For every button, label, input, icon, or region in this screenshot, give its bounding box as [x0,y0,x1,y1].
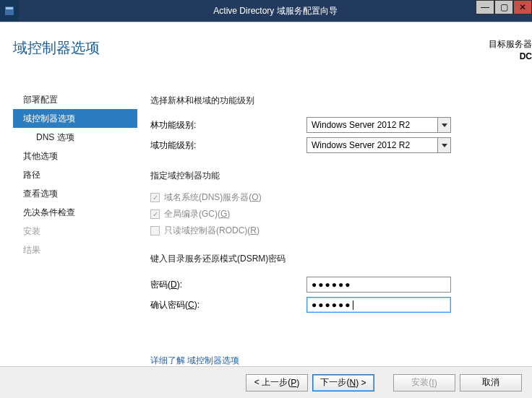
section-dc-capabilities: 指定域控制器功能 [150,170,220,182]
forest-level-select[interactable]: Windows Server 2012 R2 [306,117,451,133]
next-button[interactable]: 下一步(N) > [312,374,374,391]
password-label: 密码(D): [150,279,306,291]
text-caret [353,300,353,310]
svg-rect-1 [6,7,13,9]
app-icon [0,0,19,22]
confirm-password-input[interactable]: ●●●●●● [306,297,451,313]
dns-checkbox: ✓ [150,193,160,202]
learn-more-link[interactable]: 详细了解 域控制器选项 [150,355,239,365]
rodc-checkbox-row: 只读域控制器(RODC)(R) [150,225,523,237]
page-title: 域控制器选项 [13,38,100,58]
gc-checkbox-row: ✓ 全局编录(GC)(G) [150,208,523,220]
install-button: 安装(I) [393,374,455,391]
chevron-down-icon[interactable] [437,118,450,132]
domain-level-select[interactable]: Windows Server 2012 R2 [306,137,451,153]
title-bar: Active Directory 域服务配置向导 — ▢ ✕ [0,0,532,22]
domain-level-value: Windows Server 2012 R2 [312,140,410,150]
window-controls: — ▢ ✕ [476,0,532,14]
sidebar-item-paths[interactable]: 路径 [13,165,137,184]
gc-checkbox-label: 全局编录(GC)(G) [164,208,230,220]
forest-level-label: 林功能级别: [150,119,306,131]
section-functional-level: 选择新林和根域的功能级别 [150,95,254,107]
cancel-button[interactable]: 取消 [460,374,522,391]
dns-checkbox-label: 域名系统(DNS)服务器(O) [164,191,262,204]
window-title: Active Directory 域服务配置向导 [19,5,532,17]
confirm-password-label: 确认密码(C): [150,299,306,311]
content-area: 域控制器选项 目标服务器 DC 部署配置 域控制器选项 DNS 选项 其他选项 … [0,22,532,366]
forest-level-value: Windows Server 2012 R2 [312,120,410,130]
sidebar-item-deploy[interactable]: 部署配置 [13,90,137,109]
sidebar-item-prereq[interactable]: 先决条件检查 [13,203,137,222]
minimize-button[interactable]: — [476,0,494,14]
target-server-caption: 目标服务器 [489,39,532,49]
rodc-checkbox-label: 只读域控制器(RODC)(R) [164,225,259,237]
password-input[interactable]: ●●●●●● [306,277,451,293]
section-dsrm: 键入目录服务还原模式(DSRM)密码 [150,253,286,265]
wizard-footer: < 上一步(P) 下一步(N) > 安装(I) 取消 [0,366,532,398]
sidebar-item-review[interactable]: 查看选项 [13,184,137,203]
previous-button[interactable]: < 上一步(P) [246,374,308,391]
close-button[interactable]: ✕ [513,0,532,14]
sidebar-item-additional[interactable]: 其他选项 [13,147,137,165]
wizard-sidebar: 部署配置 域控制器选项 DNS 选项 其他选项 路径 查看选项 先决条件检查 安… [13,90,137,259]
rodc-checkbox [150,226,160,235]
chevron-down-icon[interactable] [437,138,450,152]
gc-checkbox: ✓ [150,209,160,219]
sidebar-item-dns-options[interactable]: DNS 选项 [13,128,137,147]
maximize-button[interactable]: ▢ [494,0,513,14]
main-panel: 选择新林和根域的功能级别 林功能级别: Windows Server 2012 … [150,92,523,316]
sidebar-item-results: 结果 [13,241,137,259]
dns-checkbox-row: ✓ 域名系统(DNS)服务器(O) [150,191,523,204]
domain-level-label: 域功能级别: [150,139,306,152]
target-server-value: DC [520,51,532,61]
target-server-label: 目标服务器 DC [489,38,532,63]
sidebar-item-dc-options[interactable]: 域控制器选项 [13,109,137,128]
sidebar-item-install: 安装 [13,222,137,241]
